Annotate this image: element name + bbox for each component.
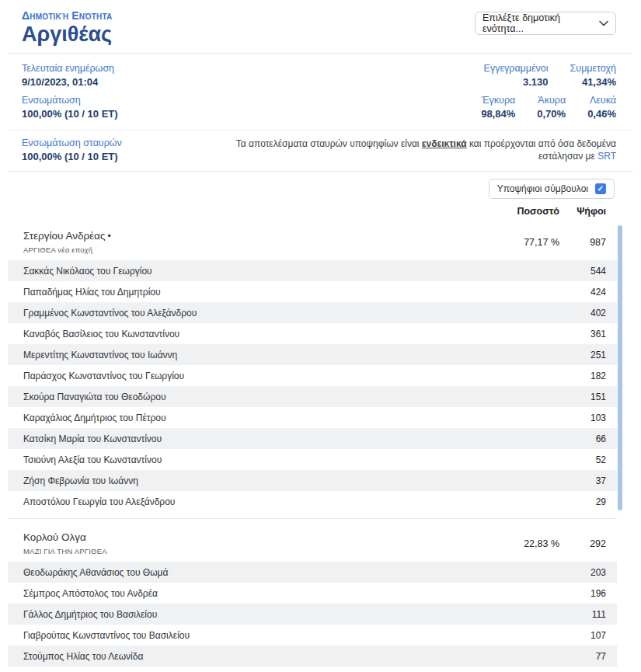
candidate-votes: 402 bbox=[559, 308, 606, 319]
candidates-checkbox[interactable]: ✓ bbox=[595, 183, 606, 194]
candidate-name: Κατσίκη Μαρία του Κωνσταντίνου bbox=[23, 433, 489, 444]
section-divider bbox=[8, 518, 617, 519]
candidate-row: Γάλλος Δημήτριος του Βασιλείου111 bbox=[8, 604, 617, 625]
blank-stat: Λευκά 0,46% bbox=[587, 95, 616, 120]
party-sections: Στεργίου Ανδρέας•ΑΡΓΙΘΕΑ νέα εποχή77,17 … bbox=[8, 224, 617, 672]
candidate-votes: 107 bbox=[559, 630, 606, 641]
integration-label: Ενσωμάτωση bbox=[22, 95, 118, 106]
leader-cell: Κορλού ΟλγαΜΑΖΙ ΓΙΑ ΤΗΝ ΑΡΓΙΘΕΑ bbox=[23, 531, 489, 555]
stats-row-2: Έγκυρα 98,84% Άκυρα 0,70% Λευκά 0,46% bbox=[481, 95, 616, 120]
note-emphasis: ενδεικτικά bbox=[422, 138, 467, 149]
municipal-unit-select[interactable]: Επιλέξτε δημοτική ενότητα... bbox=[475, 12, 616, 35]
candidates-toggle[interactable]: Υποψήφιοι σύμβουλοι ✓ bbox=[489, 179, 615, 199]
candidates-toggle-label: Υποψήφιοι σύμβουλοι bbox=[497, 183, 588, 194]
invalid-value: 0,70% bbox=[537, 108, 566, 120]
leader-percent: 22,83 % bbox=[489, 538, 559, 549]
candidate-votes: 77 bbox=[559, 651, 606, 662]
last-update-label: Τελευταία ενημέρωση bbox=[22, 63, 118, 74]
srt-link[interactable]: SRT bbox=[597, 151, 616, 162]
candidate-row: Καραχάλιος Δημήτριος του Πέτρου103 bbox=[8, 407, 617, 428]
candidate-row: Μερεντίτης Κωνσταντίνος του Ιωάννη251 bbox=[8, 344, 617, 365]
participation-value: 41,34% bbox=[570, 76, 616, 88]
candidate-row: Τσιούνη Αλεξία του Κωνσταντίνου52 bbox=[8, 449, 617, 470]
candidate-row: Κοταβέ Ελένη του Ηλία44 bbox=[8, 667, 617, 672]
stats-right: Εγγεγραμμένοι 3.130 Συμμετοχή 41,34% Έγκ… bbox=[481, 63, 616, 120]
title-block: Δημοτική Ενότητα Αργιθέας bbox=[22, 9, 112, 47]
candidate-name: Σακκάς Νικόλαος του Γεωργίου bbox=[23, 266, 489, 277]
registered-label: Εγγεγραμμένοι bbox=[484, 63, 549, 74]
crosses-note: Τα αποτελέσματα σταυρών υποψηφίων είναι … bbox=[212, 138, 616, 162]
participation-stat: Συμμετοχή 41,34% bbox=[570, 63, 616, 88]
candidate-votes: 66 bbox=[559, 433, 606, 444]
results-table: Ποσοστό Ψήφοι Στεργίου Ανδρέας•ΑΡΓΙΘΕΑ ν… bbox=[8, 203, 617, 672]
vertical-scrollbar-thumb[interactable] bbox=[618, 225, 622, 510]
candidate-name: Γάλλος Δημήτριος του Βασιλείου bbox=[23, 609, 489, 620]
valid-label: Έγκυρα bbox=[481, 95, 515, 106]
leader-row: Στεργίου Ανδρέας•ΑΡΓΙΘΕΑ νέα εποχή77,17 … bbox=[8, 224, 617, 260]
leader-votes: 987 bbox=[559, 237, 606, 248]
candidate-name: Ζήση Φεβρωνία του Ιωάννη bbox=[23, 475, 489, 486]
party-section: Στεργίου Ανδρέας•ΑΡΓΙΘΕΑ νέα εποχή77,17 … bbox=[8, 224, 617, 512]
candidate-row: Κατσίκη Μαρία του Κωνσταντίνου66 bbox=[8, 428, 617, 449]
last-update-value: 9/10/2023, 01:04 bbox=[22, 76, 118, 88]
invalid-stat: Άκυρα 0,70% bbox=[537, 95, 566, 120]
candidate-votes: 544 bbox=[559, 266, 606, 277]
participation-label: Συμμετοχή bbox=[570, 63, 616, 74]
candidate-votes: 111 bbox=[559, 609, 606, 620]
valid-value: 98,84% bbox=[481, 108, 515, 120]
municipal-unit-kicker: Δημοτική Ενότητα bbox=[22, 9, 112, 22]
leader-row: Κορλού ΟλγαΜΑΖΙ ΓΙΑ ΤΗΝ ΑΡΓΙΘΕΑ22,83 %29… bbox=[8, 525, 617, 562]
candidate-name: Καραχάλιος Δημήτριος του Πέτρου bbox=[23, 413, 489, 423]
page-title: Αργιθέας bbox=[22, 23, 112, 47]
integration-stat: Ενσωμάτωση 100,00% (10 / 10 ΕΤ) bbox=[22, 95, 118, 120]
party-name: ΜΑΖΙ ΓΙΑ ΤΗΝ ΑΡΓΙΘΕΑ bbox=[23, 547, 489, 555]
chevron-down-icon bbox=[599, 18, 608, 29]
invalid-label: Άκυρα bbox=[537, 95, 566, 106]
stats-panel: Τελευταία ενημέρωση 9/10/2023, 01:04 Ενσ… bbox=[0, 54, 641, 130]
candidate-votes: 361 bbox=[559, 329, 606, 339]
candidate-row: Καναβός Βασίλειος του Κωνσταντίνου361 bbox=[8, 323, 617, 344]
crosses-stat: Ενσωμάτωση σταυρών 100,00% (10 / 10 ΕΤ) bbox=[22, 138, 122, 162]
leader-percent: 77,17 % bbox=[489, 237, 559, 248]
candidate-row: Παπαδήμας Ηλίας του Δημητρίου424 bbox=[8, 281, 617, 302]
candidate-votes: 29 bbox=[559, 496, 606, 507]
candidate-name: Στούμπος Ηλίας του Λεωνίδα bbox=[23, 651, 489, 662]
table-header: Ποσοστό Ψήφοι bbox=[8, 203, 617, 224]
candidate-row: Σέμπρος Απόστολος του Ανδρέα196 bbox=[8, 583, 617, 604]
candidate-votes: 424 bbox=[559, 287, 606, 298]
candidate-name: Παράσχος Κωνσταντίνος του Γεωργίου bbox=[23, 371, 489, 381]
leader-votes: 292 bbox=[559, 538, 606, 549]
candidate-row: Γιαβρούτας Κωνσταντίνος του Βασιλείου107 bbox=[8, 625, 617, 646]
candidate-name: Γραμμένος Κωνσταντίνος του Αλεξάνδρου bbox=[23, 308, 489, 319]
candidate-row: Αποστόλου Γεωργία του Αλεξάνδρου29 bbox=[8, 491, 617, 512]
last-update-stat: Τελευταία ενημέρωση 9/10/2023, 01:04 bbox=[22, 63, 118, 88]
candidate-name: Καναβός Βασίλειος του Κωνσταντίνου bbox=[23, 329, 489, 339]
candidate-row: Στούμπος Ηλίας του Λεωνίδα77 bbox=[8, 646, 617, 667]
candidate-votes: 203 bbox=[559, 567, 606, 578]
candidate-row: Σακκάς Νικόλαος του Γεωργίου544 bbox=[8, 260, 617, 281]
page-header: Δημοτική Ενότητα Αργιθέας Επιλέξτε δημοτ… bbox=[0, 0, 641, 53]
crosses-value: 100,00% (10 / 10 ΕΤ) bbox=[22, 151, 122, 162]
crosses-label: Ενσωμάτωση σταυρών bbox=[22, 138, 122, 148]
percent-header: Ποσοστό bbox=[489, 206, 559, 217]
integration-value: 100,00% (10 / 10 ΕΤ) bbox=[22, 108, 118, 120]
select-placeholder: Επιλέξτε δημοτική ενότητα... bbox=[482, 12, 599, 34]
leader-name: Κορλού Ολγα bbox=[23, 531, 489, 543]
candidate-name: Θεοδωράκης Αθανάσιος του Θωμά bbox=[23, 567, 489, 578]
stats-row-1: Εγγεγραμμένοι 3.130 Συμμετοχή 41,34% bbox=[484, 63, 616, 88]
registered-value: 3.130 bbox=[484, 76, 549, 88]
candidate-votes: 182 bbox=[559, 371, 606, 381]
candidate-name: Παπαδήμας Ηλίας του Δημητρίου bbox=[23, 287, 489, 298]
blank-label: Λευκά bbox=[587, 95, 616, 106]
candidate-name: Σέμπρος Απόστολος του Ανδρέα bbox=[23, 588, 489, 599]
registered-stat: Εγγεγραμμένοι 3.130 bbox=[484, 63, 549, 88]
candidate-votes: 52 bbox=[559, 454, 606, 465]
candidate-votes: 196 bbox=[559, 588, 606, 599]
note-prefix: Τα αποτελέσματα σταυρών υποψηφίων είναι bbox=[236, 138, 422, 149]
candidate-name: Μερεντίτης Κωνσταντίνος του Ιωάννη bbox=[23, 350, 489, 360]
candidate-votes: 103 bbox=[559, 413, 606, 423]
candidate-row: Ζήση Φεβρωνία του Ιωάννη37 bbox=[8, 470, 617, 491]
candidate-name: Σκούρα Παναγιώτα του Θεοδώρου bbox=[23, 392, 489, 402]
blank-value: 0,46% bbox=[587, 108, 616, 120]
candidate-votes: 37 bbox=[559, 475, 606, 486]
